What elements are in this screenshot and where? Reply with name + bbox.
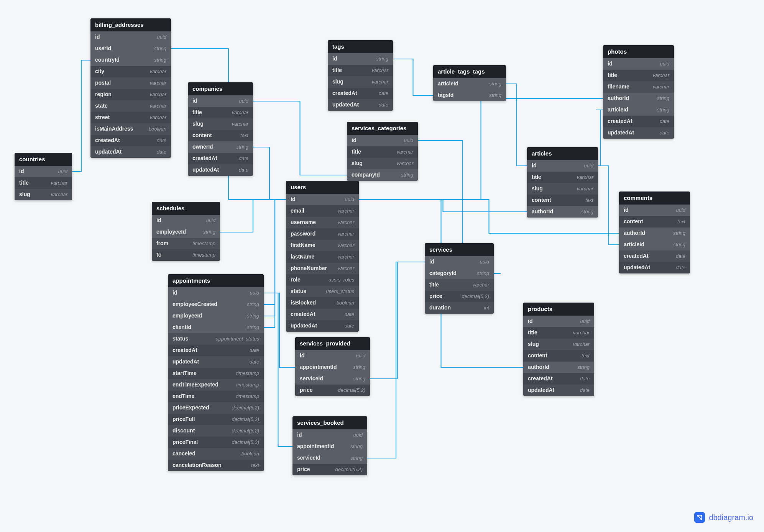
column-row[interactable]: titlevarchar — [523, 327, 594, 339]
table-header[interactable]: services_provided — [295, 337, 370, 350]
table-companies[interactable]: companiesiduuidtitlevarcharslugvarcharco… — [188, 82, 253, 176]
column-row[interactable]: slugvarchar — [527, 183, 598, 195]
column-row[interactable]: contenttext — [619, 216, 690, 228]
column-row[interactable]: slugvarchar — [15, 189, 72, 200]
column-row[interactable]: discountdecimal(5,2) — [168, 425, 264, 437]
column-row[interactable]: slugvarchar — [188, 118, 253, 130]
column-row[interactable]: serviceIdstring — [292, 452, 367, 464]
column-row[interactable]: slugvarchar — [523, 339, 594, 350]
column-row[interactable]: isBlockedboolean — [286, 297, 359, 309]
table-header[interactable]: services — [425, 243, 494, 256]
column-row[interactable]: contenttext — [188, 130, 253, 141]
column-row[interactable]: articleIdstring — [433, 78, 506, 90]
table-header[interactable]: services_booked — [292, 416, 367, 429]
column-row[interactable]: roleusers_roles — [286, 274, 359, 286]
column-row[interactable]: updatedAtdate — [619, 262, 690, 273]
table-article_tags_tags[interactable]: article_tags_tagsarticleIdstringtagsIdst… — [433, 65, 506, 101]
column-row[interactable]: tagsIdstring — [433, 90, 506, 101]
table-users[interactable]: usersiduuidemailvarcharusernamevarcharpa… — [286, 181, 359, 332]
table-header[interactable]: products — [523, 303, 594, 316]
column-row[interactable]: regionvarchar — [90, 89, 171, 100]
column-row[interactable]: employeeIdstring — [168, 310, 264, 322]
column-row[interactable]: iduuid — [292, 429, 367, 441]
column-row[interactable]: streetvarchar — [90, 112, 171, 123]
column-row[interactable]: pricedecimal(5,2) — [425, 291, 494, 302]
column-row[interactable]: iduuid — [90, 31, 171, 43]
table-header[interactable]: users — [286, 181, 359, 194]
column-row[interactable]: fromtimestamp — [152, 238, 220, 249]
column-row[interactable]: statususers_status — [286, 286, 359, 297]
table-header[interactable]: countries — [15, 153, 72, 166]
column-row[interactable]: createdAtdate — [90, 135, 171, 146]
column-row[interactable]: iduuid — [523, 316, 594, 327]
column-row[interactable]: serviceIdstring — [295, 373, 370, 385]
column-row[interactable]: phoneNumbervarchar — [286, 263, 359, 274]
column-row[interactable]: titlevarchar — [15, 177, 72, 189]
column-row[interactable]: createdAtdate — [286, 309, 359, 320]
column-row[interactable]: countryIdstring — [90, 54, 171, 66]
column-row[interactable]: appointmentIdstring — [295, 362, 370, 373]
table-header[interactable]: schedules — [152, 202, 220, 215]
column-row[interactable]: iduuid — [152, 215, 220, 226]
column-row[interactable]: authorIdstring — [523, 362, 594, 373]
table-appointments[interactable]: appointmentsiduuidemployeeCreatedstringe… — [168, 274, 264, 471]
column-row[interactable]: postalvarchar — [90, 77, 171, 89]
column-row[interactable]: titlevarchar — [527, 172, 598, 183]
column-row[interactable]: iduuid — [425, 256, 494, 268]
column-row[interactable]: pricedecimal(5,2) — [292, 464, 367, 475]
column-row[interactable]: iduuid — [286, 194, 359, 205]
table-billing_addresses[interactable]: billing_addressesiduuiduserIdstringcount… — [90, 18, 171, 158]
table-products[interactable]: productsiduuidtitlevarcharslugvarcharcon… — [523, 303, 594, 396]
column-row[interactable]: iduuid — [619, 205, 690, 216]
column-row[interactable]: titlevarchar — [603, 70, 674, 81]
table-services_booked[interactable]: services_bookediduuidappointmentIdstring… — [292, 416, 367, 475]
table-header[interactable]: billing_addresses — [90, 18, 171, 31]
table-articles[interactable]: articlesiduuidtitlevarcharslugvarcharcon… — [527, 147, 598, 218]
column-row[interactable]: clientIdstring — [168, 322, 264, 333]
column-row[interactable]: cancelationReasontext — [168, 460, 264, 471]
column-row[interactable]: authorIdstring — [603, 93, 674, 104]
column-row[interactable]: priceFinaldecimal(5,2) — [168, 437, 264, 448]
column-row[interactable]: authorIdstring — [527, 206, 598, 218]
table-services[interactable]: servicesiduuidcategoryIdstringtitlevarch… — [425, 243, 494, 314]
column-row[interactable]: iduuid — [295, 350, 370, 362]
table-header[interactable]: articles — [527, 147, 598, 160]
column-row[interactable]: iduuid — [603, 58, 674, 70]
column-row[interactable]: slugvarchar — [347, 158, 418, 169]
column-row[interactable]: categoryIdstring — [425, 268, 494, 279]
column-row[interactable]: updatedAtdate — [286, 320, 359, 332]
column-row[interactable]: contenttext — [527, 195, 598, 206]
table-header[interactable]: photos — [603, 45, 674, 58]
table-header[interactable]: services_categories — [347, 122, 418, 135]
column-row[interactable]: canceledboolean — [168, 448, 264, 460]
column-row[interactable]: articleIdstring — [603, 104, 674, 116]
table-services_provided[interactable]: services_providediduuidappointmentIdstri… — [295, 337, 370, 396]
column-row[interactable]: passwordvarchar — [286, 228, 359, 240]
column-row[interactable]: statevarchar — [90, 100, 171, 112]
table-header[interactable]: companies — [188, 82, 253, 95]
column-row[interactable]: employeeCreatedstring — [168, 299, 264, 310]
column-row[interactable]: userIdstring — [90, 43, 171, 54]
column-row[interactable]: iduuid — [168, 287, 264, 299]
column-row[interactable]: cityvarchar — [90, 66, 171, 77]
table-services_categories[interactable]: services_categoriesiduuidtitlevarcharslu… — [347, 122, 418, 181]
column-row[interactable]: emailvarchar — [286, 205, 359, 217]
column-row[interactable]: iduuid — [15, 166, 72, 177]
table-photos[interactable]: photosiduuidtitlevarcharfilenamevarchara… — [603, 45, 674, 139]
column-row[interactable]: ownerIdstring — [188, 141, 253, 153]
column-row[interactable]: createdAtdate — [619, 250, 690, 262]
table-tags[interactable]: tagsidstringtitlevarcharslugvarcharcreat… — [328, 40, 393, 111]
column-row[interactable]: idstring — [328, 53, 393, 65]
column-row[interactable]: titlevarchar — [328, 65, 393, 76]
column-row[interactable]: iduuid — [188, 95, 253, 107]
column-row[interactable]: priceExpecteddecimal(5,2) — [168, 402, 264, 414]
table-header[interactable]: article_tags_tags — [433, 65, 506, 78]
table-schedules[interactable]: schedulesiduuidemployeeIdstringfromtimes… — [152, 202, 220, 261]
column-row[interactable]: updatedAtdate — [168, 356, 264, 368]
column-row[interactable]: createdAtdate — [168, 345, 264, 356]
column-row[interactable]: updatedAtdate — [90, 146, 171, 158]
column-row[interactable]: articleIdstring — [619, 239, 690, 250]
column-row[interactable]: createdAtdate — [523, 373, 594, 385]
column-row[interactable]: statusappointment_status — [168, 333, 264, 345]
column-row[interactable]: totimestamp — [152, 249, 220, 261]
